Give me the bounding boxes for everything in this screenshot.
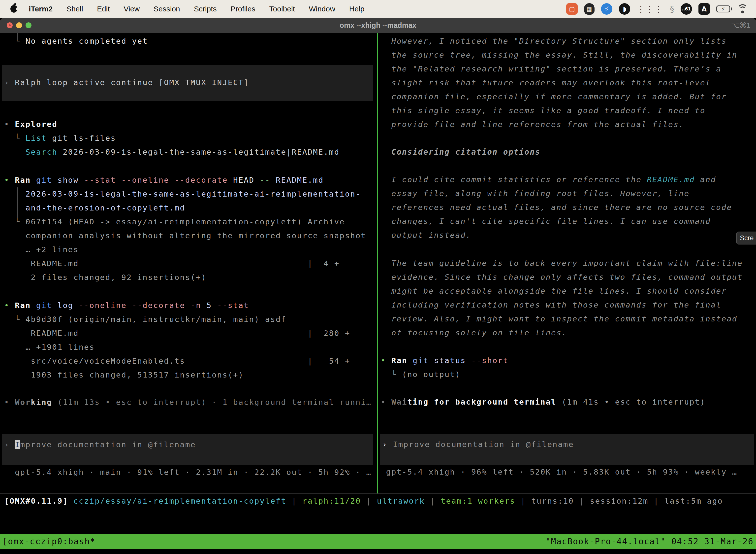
text-segment: •: [4, 301, 15, 310]
text-segment: •: [381, 356, 391, 365]
menu-item-profiles[interactable]: Profiles: [231, 5, 255, 13]
spacer: [381, 242, 756, 256]
text-segment: List: [25, 133, 47, 143]
command-output-line: └ 4b9d30f (origin/main, instructkr/main,…: [4, 312, 377, 326]
badge-61-icon[interactable]: ..61: [681, 3, 692, 15]
thought-heading: Considering citation options: [381, 145, 756, 159]
command-output-line: … +2 lines: [4, 242, 377, 257]
text-segment: 1903 files changed, 513517 insertions(+): [4, 370, 244, 379]
text-segment: last:5m ago: [665, 496, 723, 505]
crescent-circle-icon[interactable]: ◗: [619, 3, 630, 15]
apple-menu-icon[interactable]: [10, 5, 17, 13]
dots-grid-icon[interactable]: ⋮⋮⋮: [637, 4, 664, 14]
menu-item-session[interactable]: Session: [153, 5, 180, 13]
thought-line: However, I noticed the "Directory Struct…: [381, 34, 756, 48]
menu-item-help[interactable]: Help: [349, 5, 365, 13]
text-segment: └: [4, 37, 25, 45]
menu-item-toolbelt[interactable]: Toolbelt: [269, 5, 295, 13]
text-segment: ›: [382, 440, 393, 449]
menu-item-scripts[interactable]: Scripts: [194, 5, 217, 13]
spacer: [381, 159, 756, 172]
text-segment: Search: [25, 148, 58, 156]
text-segment: git: [36, 175, 52, 184]
spark-badge-icon[interactable]: ⚡: [601, 3, 612, 15]
text-segment: turns:10: [531, 496, 574, 505]
letter-a-icon[interactable]: A: [698, 3, 710, 15]
text-segment: and-the-erosion-of-copyleft.md: [4, 203, 185, 212]
text-segment: 2026-03-09-is-legal-the-same-as-legitima…: [4, 189, 361, 198]
text-segment: the "Related research writing" section i…: [381, 64, 721, 73]
tmux-host-clock-label: "MacBook-Pro-44.local" 04:52 31-Mar-26: [546, 534, 754, 549]
text-segment: 2026-03-09-is-legal-the-same-as-legitima…: [58, 148, 340, 156]
thought-line: including verification notes with those …: [381, 298, 756, 312]
text-segment: --stat: [212, 301, 249, 310]
text-segment: Wor: [15, 398, 31, 406]
text-segment: mprove documentation in @filename: [20, 440, 196, 449]
injected-prompt-box[interactable]: › Ralph loop active continue [OMX_TMUX_I…: [2, 65, 373, 101]
text-segment: [31, 301, 36, 310]
text-segment: 4b9d30f (origin/main, instructkr/main, m…: [25, 315, 287, 324]
text-segment: log: [52, 301, 73, 310]
text-segment: 2 files changed, 92 insertions(+): [4, 273, 207, 282]
menu-item-window[interactable]: Window: [309, 5, 335, 13]
thought-line: slight risk that future readers may over…: [381, 76, 756, 90]
working-status-line: • Working (11m 13s • esc to interrupt) ·…: [4, 395, 377, 409]
text-segment: |: [648, 496, 664, 505]
ran-command-line: • Ran git status --short: [381, 353, 756, 367]
thought-line: this single essay, it seems like a good …: [381, 104, 756, 117]
window-shortcut-badge: ⌥⌘1: [731, 18, 751, 33]
text-segment: README.md | 280 +: [4, 329, 350, 338]
text-segment: this single essay, it seems like a good …: [381, 106, 705, 115]
text-segment: git: [413, 356, 429, 365]
text-segment: └: [381, 370, 402, 379]
text-segment: … +1901 lines: [4, 342, 95, 351]
text-segment: ralph:11/20: [302, 496, 361, 505]
prompt-input-box[interactable]: › Improve documentation in @filename: [2, 434, 373, 465]
spacer: [381, 381, 756, 395]
thought-line: review. Also, I might want to inspect th…: [381, 312, 756, 326]
text-segment: However, I noticed the "Directory Struct…: [381, 37, 727, 45]
text-segment: --stat --oneline --decorate: [79, 175, 228, 184]
menu-item-shell[interactable]: Shell: [66, 5, 83, 13]
menu-item-view[interactable]: View: [124, 5, 140, 13]
wifi-icon[interactable]: [737, 4, 749, 14]
text-segment: might be acceptable alongside the file l…: [381, 286, 727, 295]
tmux-session-label[interactable]: [omx-cczip0:bash*: [2, 534, 96, 549]
text-segment: |: [425, 496, 441, 505]
thought-line: evidence. Since this change only affects…: [381, 270, 756, 284]
menu-item-iterm2[interactable]: iTerm2: [29, 5, 53, 13]
text-segment: Ralph loop active continue [OMX_TMUX_INJ…: [15, 78, 249, 87]
text-segment: companion analysis without altering the …: [4, 231, 366, 240]
text-segment: (11m 13s • esc to interrupt) · 1 backgro…: [52, 398, 372, 406]
battery-icon[interactable]: ⚡: [716, 5, 730, 12]
prompt-input-box[interactable]: › Improve documentation in @filename: [380, 434, 754, 465]
left-pane[interactable]: └ No agents completed yet› Ralph loop ac…: [0, 33, 377, 493]
prompt-input-line: › Improve documentation in @filename: [382, 437, 754, 451]
text-segment: 5: [201, 301, 212, 310]
text-segment: provide file and line references from th…: [381, 120, 684, 129]
text-segment: gpt-5.4 xhigh · 96% left · 520K in · 5.8…: [381, 467, 737, 476]
spacer: [381, 131, 756, 145]
text-segment: gpt-5.4 xhigh · main · 91% left · 2.31M …: [4, 467, 372, 477]
command-output-line: 2 files changed, 92 insertions(+): [4, 270, 377, 284]
squiggle-icon[interactable]: §: [670, 4, 674, 14]
text-segment: Ran: [15, 175, 31, 184]
text-segment: Considering citation options: [381, 148, 541, 156]
text-segment: (no output): [402, 370, 460, 379]
thought-line: provide file and line references from th…: [381, 117, 756, 131]
text-segment: Ran: [391, 356, 407, 365]
text-segment: |: [574, 496, 590, 505]
text-segment: (1m 41s • esc to interrupt): [556, 397, 705, 406]
text-segment: |: [515, 496, 531, 505]
text-segment: •: [4, 398, 15, 406]
menu-item-edit[interactable]: Edit: [97, 5, 110, 13]
chat-app-icon[interactable]: ▢: [566, 3, 578, 15]
text-segment: No agents completed yet: [25, 37, 148, 45]
shield-grid-icon[interactable]: ▦: [584, 3, 594, 15]
text-segment: ting for background terminal: [407, 397, 556, 406]
text-segment: Improve documentation in @filename: [393, 440, 574, 449]
text-segment: including verification notes with those …: [381, 300, 721, 309]
title-bar[interactable]: omx --xhigh --madmax ⌥⌘1: [0, 18, 756, 33]
ran-command-line: • Ran git log --oneline --decorate -n 5 …: [4, 298, 377, 312]
right-pane[interactable]: However, I noticed the "Directory Struct…: [379, 33, 756, 493]
